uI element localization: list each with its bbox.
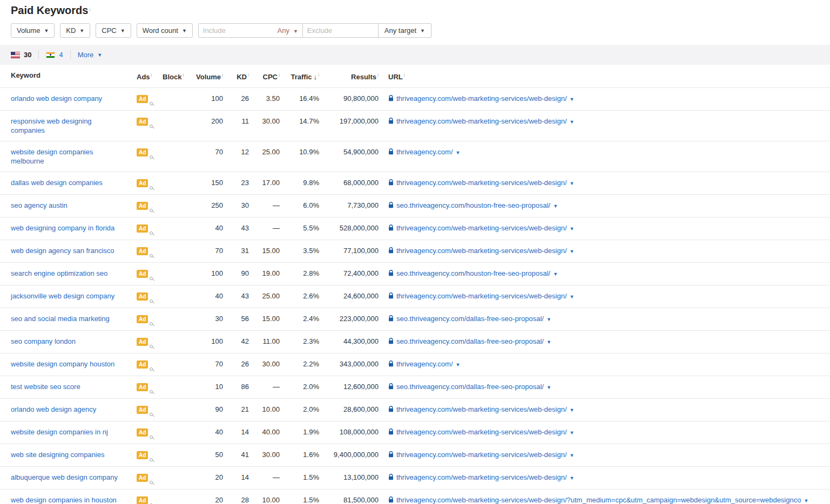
chevron-down-icon[interactable]: ▼ bbox=[456, 362, 461, 367]
url-link[interactable]: thriveagency.com/web-marketing-services/… bbox=[396, 247, 567, 255]
header-traffic-label: Traffic bbox=[291, 73, 312, 81]
exclude-input[interactable] bbox=[307, 26, 374, 35]
url-link[interactable]: thriveagency.com/web-marketing-services/… bbox=[396, 292, 567, 300]
url-link[interactable]: seo.thriveagency.com/houston-free-seo-pr… bbox=[396, 201, 550, 209]
header-kd[interactable]: KDi bbox=[223, 65, 249, 87]
include-field-wrap: Any▼ bbox=[198, 23, 303, 38]
keyword-link[interactable]: web design companies in houston bbox=[11, 496, 117, 504]
chevron-down-icon[interactable]: ▼ bbox=[570, 249, 575, 254]
url-link[interactable]: thriveagency.com/web-marketing-services/… bbox=[396, 179, 567, 187]
chevron-down-icon[interactable]: ▼ bbox=[456, 150, 461, 155]
ads-cell: Ad bbox=[128, 172, 153, 193]
country-tab-in[interactable]: 4 bbox=[46, 51, 63, 59]
kd-filter-label: KD bbox=[66, 26, 76, 35]
chevron-down-icon[interactable]: ▼ bbox=[570, 475, 575, 481]
ad-badge[interactable]: Ad bbox=[137, 360, 148, 369]
url-link[interactable]: thriveagency.com/web-marketing-services/… bbox=[396, 451, 567, 459]
chevron-down-icon[interactable]: ▼ bbox=[546, 339, 551, 345]
chevron-down-icon[interactable]: ▼ bbox=[570, 119, 575, 125]
url-link[interactable]: seo.thriveagency.com/houston-free-seo-pr… bbox=[396, 269, 550, 277]
ad-badge[interactable]: Ad bbox=[137, 338, 148, 346]
keyword-cell: seo agency austin bbox=[0, 195, 128, 216]
keyword-link[interactable]: seo agency austin bbox=[11, 201, 68, 209]
keyword-link[interactable]: orlando web design company bbox=[11, 94, 102, 103]
keyword-link[interactable]: web designing company in florida bbox=[11, 224, 114, 232]
keyword-link[interactable]: web site designing companies bbox=[11, 451, 104, 459]
header-ads[interactable]: Adsi bbox=[128, 65, 153, 87]
keyword-link[interactable]: web design agency san francisco bbox=[11, 247, 114, 255]
ad-badge[interactable]: Ad bbox=[137, 270, 148, 278]
url-link[interactable]: thriveagency.com/web-marketing-services/… bbox=[396, 94, 567, 103]
header-results[interactable]: Resultsi bbox=[319, 65, 379, 87]
ad-badge[interactable]: Ad bbox=[137, 451, 148, 459]
chevron-down-icon[interactable]: ▼ bbox=[570, 430, 575, 435]
keyword-link[interactable]: test website seo score bbox=[11, 383, 80, 391]
keyword-link[interactable]: website design companies melbourne bbox=[11, 148, 93, 165]
header-url[interactable]: URLi bbox=[379, 65, 830, 87]
keyword-link[interactable]: search engine optimization seo bbox=[11, 269, 107, 277]
info-icon[interactable]: i bbox=[151, 72, 152, 78]
keyword-link[interactable]: orlando web design agency bbox=[11, 405, 96, 413]
ad-badge[interactable]: Ad bbox=[137, 496, 148, 504]
chevron-down-icon[interactable]: ▼ bbox=[804, 498, 808, 503]
ad-badge[interactable]: Ad bbox=[137, 247, 148, 255]
header-volume[interactable]: Volumei bbox=[184, 65, 223, 87]
more-countries-dropdown[interactable]: More▼ bbox=[78, 51, 103, 59]
header-traffic[interactable]: Traffic↓i bbox=[280, 65, 319, 87]
url-link[interactable]: thriveagency.com/web-marketing-services/… bbox=[396, 405, 567, 413]
chevron-down-icon[interactable]: ▼ bbox=[553, 203, 558, 209]
word-count-filter-button[interactable]: Word count▼ bbox=[137, 23, 193, 38]
ad-badge[interactable]: Ad bbox=[137, 292, 148, 301]
country-tab-us[interactable]: 30 bbox=[11, 51, 31, 59]
chevron-down-icon[interactable]: ▼ bbox=[570, 453, 575, 458]
info-icon[interactable]: i bbox=[404, 72, 405, 78]
header-keyword[interactable]: Keyword bbox=[0, 65, 128, 86]
header-block[interactable]: Blocki bbox=[153, 65, 184, 87]
url-link[interactable]: thriveagency.com/web-marketing-services/… bbox=[396, 117, 567, 125]
ad-badge[interactable]: Ad bbox=[137, 428, 148, 437]
keyword-link[interactable]: dallas web design companies bbox=[11, 179, 103, 187]
ad-badge[interactable]: Ad bbox=[137, 118, 148, 126]
ad-badge[interactable]: Ad bbox=[137, 202, 148, 210]
keyword-link[interactable]: jacksonville web design company bbox=[11, 292, 114, 300]
keyword-link[interactable]: seo and social media marketing bbox=[11, 315, 110, 323]
url-link[interactable]: seo.thriveagency.com/dallas-free-seo-pro… bbox=[396, 315, 544, 323]
title-info-icon[interactable]: i bbox=[89, 7, 90, 12]
any-target-dropdown[interactable]: Any target▼ bbox=[379, 23, 431, 38]
ad-badge[interactable]: Ad bbox=[137, 474, 148, 482]
chevron-down-icon[interactable]: ▼ bbox=[553, 271, 558, 277]
url-link[interactable]: thriveagency.com/ bbox=[396, 360, 453, 368]
ad-badge[interactable]: Ad bbox=[137, 148, 148, 156]
keyword-link[interactable]: website design company houston bbox=[11, 360, 114, 368]
url-link[interactable]: seo.thriveagency.com/dallas-free-seo-pro… bbox=[396, 337, 544, 345]
ad-badge[interactable]: Ad bbox=[137, 95, 148, 103]
include-input[interactable] bbox=[203, 26, 278, 35]
include-mode-dropdown[interactable]: Any▼ bbox=[278, 26, 298, 35]
url-link[interactable]: thriveagency.com/web-marketing-services/… bbox=[396, 496, 801, 504]
url-link[interactable]: seo.thriveagency.com/dallas-free-seo-pro… bbox=[396, 383, 544, 391]
ad-badge[interactable]: Ad bbox=[137, 315, 148, 323]
cpc-filter-button[interactable]: CPC▼ bbox=[96, 23, 131, 38]
kd-filter-button[interactable]: KD▼ bbox=[60, 23, 90, 38]
ad-badge[interactable]: Ad bbox=[137, 383, 148, 391]
url-link[interactable]: thriveagency.com/web-marketing-services/… bbox=[396, 473, 567, 481]
url-link[interactable]: thriveagency.com/web-marketing-services/… bbox=[396, 428, 567, 436]
chevron-down-icon[interactable]: ▼ bbox=[546, 317, 551, 322]
keyword-link[interactable]: albuquerque web design company bbox=[11, 473, 118, 481]
chevron-down-icon[interactable]: ▼ bbox=[570, 294, 575, 299]
chevron-down-icon[interactable]: ▼ bbox=[570, 407, 575, 413]
ad-badge[interactable]: Ad bbox=[137, 179, 148, 187]
url-link[interactable]: thriveagency.com/ bbox=[396, 148, 453, 156]
header-cpc[interactable]: CPCi bbox=[249, 65, 280, 87]
chevron-down-icon[interactable]: ▼ bbox=[570, 226, 575, 231]
keyword-link[interactable]: website design companies in nj bbox=[11, 428, 108, 436]
keyword-link[interactable]: seo company london bbox=[11, 337, 76, 345]
chevron-down-icon[interactable]: ▼ bbox=[570, 97, 575, 102]
ad-badge[interactable]: Ad bbox=[137, 224, 148, 233]
chevron-down-icon[interactable]: ▼ bbox=[570, 181, 575, 186]
chevron-down-icon[interactable]: ▼ bbox=[546, 385, 551, 390]
ad-badge[interactable]: Ad bbox=[137, 406, 148, 414]
url-link[interactable]: thriveagency.com/web-marketing-services/… bbox=[396, 224, 567, 232]
keyword-link[interactable]: responsive web designing companies bbox=[11, 117, 92, 134]
volume-filter-button[interactable]: Volume▼ bbox=[11, 23, 55, 38]
